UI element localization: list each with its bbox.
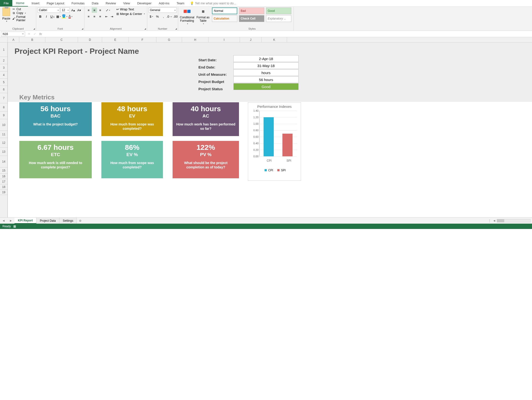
dialog-launcher-icon[interactable]: ◢ [82,28,83,30]
align-right-button[interactable]: ≡ [98,14,103,19]
row-header[interactable]: 2 [0,57,7,64]
tab-data[interactable]: Data [88,0,102,7]
tellme-search[interactable]: 💡Tell me what you want to do... [190,1,236,5]
style-bad[interactable]: Bad [239,7,264,14]
performance-chart[interactable]: Performance Indexes 0.000.200.400.600.80… [248,102,301,181]
increase-indent-button[interactable]: ⇥ [109,14,114,19]
decrease-decimal-button[interactable]: .00 [173,14,178,19]
tab-team[interactable]: Team [173,0,188,7]
borders-button[interactable]: ▦▾ [56,14,61,19]
column-header[interactable]: D [78,37,102,42]
tab-formulas[interactable]: Formulas [68,0,88,7]
tab-insert[interactable]: Insert [28,0,43,7]
row-header[interactable]: 16 [0,174,7,179]
column-header[interactable]: K [262,37,287,42]
increase-decimal-button[interactable]: .0→ [167,14,172,19]
style-explanatory[interactable]: Explanatory ... [266,15,291,22]
value-start-date[interactable]: 2-Apr-18 [233,55,299,62]
copy-button[interactable]: ⧉Copy▾ [12,11,35,15]
row-header[interactable]: 15 [0,167,7,174]
fill-color-button[interactable]: 🪣▾ [62,14,67,19]
style-check-cell[interactable]: Check Cell [239,15,264,22]
select-all-corner[interactable] [0,37,8,42]
row-header[interactable]: 11 [0,131,7,138]
wrap-text-button[interactable]: ↩Wrap Text [116,7,145,11]
dialog-launcher-icon[interactable]: ◢ [175,28,177,30]
font-name-combo[interactable]: Calibri▾ [38,7,60,13]
column-header[interactable]: E [102,37,129,42]
row-header[interactable]: 4 [0,71,7,79]
row-header[interactable]: 19 [0,190,7,195]
row-header[interactable]: 13 [0,148,7,156]
font-color-button[interactable]: A▾ [68,14,73,19]
comma-button[interactable]: , [161,14,166,19]
align-middle-button[interactable]: ≡ [92,7,97,13]
bold-button[interactable]: B [38,14,43,19]
font-size-combo[interactable]: 12▾ [61,7,70,13]
column-header[interactable]: B [19,37,45,42]
row-header[interactable]: 12 [0,138,7,148]
column-header[interactable]: C [45,37,78,42]
sheet-nav-arrows[interactable]: ◄► [0,219,14,222]
align-bottom-button[interactable]: ≡ [98,7,103,13]
align-left-button[interactable]: ≡ [86,14,91,19]
row-header[interactable]: 9 [0,111,7,119]
tab-review[interactable]: Review [102,0,120,7]
align-top-button[interactable]: ≡ [86,7,91,13]
tab-page-layout[interactable]: Page Layout [43,0,68,7]
row-header[interactable]: 3 [0,64,7,71]
tab-view[interactable]: View [119,0,133,7]
row-header[interactable]: 10 [0,119,7,131]
grow-font-button[interactable]: A▴ [70,7,76,13]
row-header[interactable]: 5 [0,79,7,86]
row-header[interactable]: 18 [0,184,7,190]
format-painter-button[interactable]: 🖌Format Painter [12,15,35,22]
underline-button[interactable]: U▾ [50,14,55,19]
number-format-combo[interactable]: General▾ [149,7,177,13]
tab-home[interactable]: Home [12,0,28,7]
value-budget[interactable]: 56 hours [233,76,299,83]
conditional-formatting-button[interactable]: 🟥🟦 Conditional Formatting▾ [180,7,195,25]
sheet-tab-kpi[interactable]: KPI Report [14,218,36,224]
dialog-launcher-icon[interactable]: ◢ [33,28,35,30]
dialog-launcher-icon[interactable]: ◢ [144,28,146,30]
style-calculation[interactable]: Calculation [212,15,237,22]
accounting-button[interactable]: $▾ [149,14,154,19]
format-as-table-button[interactable]: ▦ Format as Table▾ [196,7,210,25]
decrease-indent-button[interactable]: ⇤ [104,14,109,19]
add-sheet-button[interactable]: ⊕ [77,219,84,222]
row-header[interactable]: 6 [0,86,7,93]
merge-center-button[interactable]: ⊞Merge & Center▾ [116,12,145,16]
fx-button[interactable]: fx [38,32,43,36]
orientation-button[interactable]: ⤢▾ [104,7,112,13]
shrink-font-button[interactable]: A▾ [77,7,82,13]
worksheet[interactable]: Project KPI Report - Project Name Start … [8,42,532,217]
column-header[interactable]: J [240,37,262,42]
cancel-formula-button[interactable]: ✕ [26,32,32,36]
value-end-date[interactable]: 31-May-18 [233,62,299,69]
enter-formula-button[interactable]: ✓ [32,32,38,36]
cut-button[interactable]: ✂Cut [12,7,35,11]
style-good[interactable]: Good [266,7,291,14]
name-box[interactable]: N16▾ [1,32,25,36]
formula-input[interactable] [43,32,532,36]
tab-addins[interactable]: Add-ins [155,0,173,7]
row-header[interactable]: 1 [0,42,7,57]
column-header[interactable]: I [209,37,240,42]
tab-developer[interactable]: Developer [133,0,155,7]
column-header[interactable]: A [8,37,19,42]
value-status[interactable]: Good [233,83,299,90]
row-header[interactable]: 8 [0,103,7,111]
row-header[interactable]: 7 [0,93,7,103]
macro-icon[interactable]: ▦ [13,225,16,228]
percent-button[interactable]: % [155,14,160,19]
column-header[interactable]: G [156,37,182,42]
italic-button[interactable]: I [44,14,49,19]
value-uom[interactable]: hours [233,69,299,76]
row-header[interactable]: 17 [0,179,7,184]
column-header[interactable]: H [182,37,209,42]
column-header[interactable]: F [129,37,156,42]
horizontal-scrollbar[interactable]: ⋮◄ [84,219,532,222]
sheet-tab-project-data[interactable]: Project Data [36,218,59,224]
tab-file[interactable]: File [0,0,12,7]
